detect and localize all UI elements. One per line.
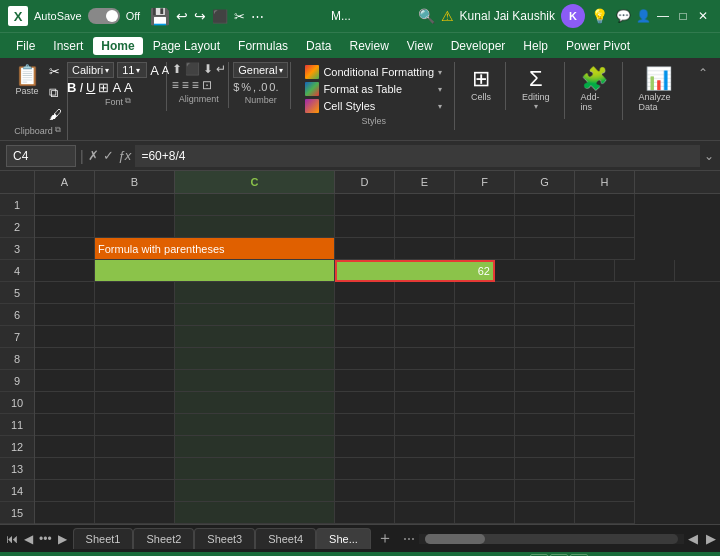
col-header-e[interactable]: E [395,171,455,193]
cell-h11[interactable] [575,414,635,436]
cell-reference-box[interactable]: C4 [6,145,76,167]
fill-color-btn[interactable]: A [112,80,121,95]
cell-c14[interactable] [175,480,335,502]
cell-h15[interactable] [575,502,635,524]
row-header-12[interactable]: 12 [0,436,34,458]
cell-b2[interactable] [95,216,175,238]
row-header-9[interactable]: 9 [0,370,34,392]
row-header-3[interactable]: 3 [0,238,34,260]
scroll-right-icon[interactable]: ▶ [702,531,720,546]
cell-g15[interactable] [515,502,575,524]
cell-a11[interactable] [35,414,95,436]
col-header-d[interactable]: D [335,171,395,193]
italic-btn[interactable]: I [79,80,83,95]
quick-access-more[interactable]: ⬛ [212,9,228,24]
cell-a3[interactable] [35,238,95,260]
cell-e5[interactable] [395,282,455,304]
cell-g1[interactable] [515,194,575,216]
cell-g10[interactable] [515,392,575,414]
formula-input[interactable] [135,145,700,167]
cell-g2[interactable] [515,216,575,238]
cell-b6[interactable] [95,304,175,326]
cell-c2[interactable] [175,216,335,238]
scrollbar-thumb[interactable] [425,534,485,544]
cell-d4[interactable] [495,260,555,282]
tab-sheet4[interactable]: Sheet4 [255,528,316,549]
cell-e10[interactable] [395,392,455,414]
cell-b8[interactable] [95,348,175,370]
cell-c8[interactable] [175,348,335,370]
cell-c6[interactable] [175,304,335,326]
currency-icon[interactable]: $ [233,81,239,93]
menu-view[interactable]: View [399,37,441,55]
cell-a8[interactable] [35,348,95,370]
cell-c4[interactable]: 62 [335,260,495,282]
autosave-toggle[interactable] [88,8,120,24]
align-left-icon[interactable]: ≡ [172,78,179,92]
row-header-5[interactable]: 5 [0,282,34,304]
analyze-data-btn[interactable]: 📊 Analyze Data [633,62,684,116]
menu-power-pivot[interactable]: Power Pivot [558,37,638,55]
tab-more-btn[interactable]: ••• [37,530,54,548]
more-icon[interactable]: ⋯ [251,9,264,24]
cell-g13[interactable] [515,458,575,480]
cell-e14[interactable] [395,480,455,502]
menu-developer[interactable]: Developer [443,37,514,55]
underline-btn[interactable]: U [86,80,95,95]
cell-b9[interactable] [95,370,175,392]
cell-c10[interactable] [175,392,335,414]
align-right-icon[interactable]: ≡ [192,78,199,92]
font-expand-icon[interactable]: ⧉ [125,96,131,106]
cell-h1[interactable] [575,194,635,216]
cell-e11[interactable] [395,414,455,436]
cell-f8[interactable] [455,348,515,370]
copy-btn[interactable]: ⧉ [46,83,65,103]
cell-g6[interactable] [515,304,575,326]
cell-f2[interactable] [455,216,515,238]
cell-b5[interactable] [95,282,175,304]
cancel-formula-icon[interactable]: ✗ [88,148,99,163]
cut-btn[interactable]: ✂ [46,62,65,81]
maximize-btn[interactable]: □ [674,7,692,25]
cell-e12[interactable] [395,436,455,458]
increase-font-icon[interactable]: A [150,63,159,78]
cell-a13[interactable] [35,458,95,480]
cell-f9[interactable] [455,370,515,392]
share-icon[interactable]: 👤 [634,7,652,25]
scroll-left-icon[interactable]: ◀ [684,531,702,546]
cell-h8[interactable] [575,348,635,370]
menu-page-layout[interactable]: Page Layout [145,37,228,55]
increase-decimal-icon[interactable]: .0 [258,81,267,93]
cell-a10[interactable] [35,392,95,414]
row-header-8[interactable]: 8 [0,348,34,370]
cell-g12[interactable] [515,436,575,458]
wrap-text-icon[interactable]: ↵ [216,62,226,76]
cell-e13[interactable] [395,458,455,480]
decrease-font-icon[interactable]: A [162,64,169,76]
cell-g7[interactable] [515,326,575,348]
col-header-g[interactable]: G [515,171,575,193]
menu-help[interactable]: Help [515,37,556,55]
cell-a15[interactable] [35,502,95,524]
cell-g14[interactable] [515,480,575,502]
cell-f5[interactable] [455,282,515,304]
row-header-4[interactable]: 4 [0,260,34,282]
cell-d8[interactable] [335,348,395,370]
cell-e6[interactable] [395,304,455,326]
cell-h12[interactable] [575,436,635,458]
cell-a14[interactable] [35,480,95,502]
cell-f6[interactable] [455,304,515,326]
cell-f4[interactable] [615,260,675,282]
cut-icon[interactable]: ✂ [234,9,245,24]
cell-d14[interactable] [335,480,395,502]
cell-f14[interactable] [455,480,515,502]
border-btn[interactable]: ⊞ [98,80,109,95]
cell-c13[interactable] [175,458,335,480]
align-bottom-icon[interactable]: ⬇ [203,62,213,76]
cell-f12[interactable] [455,436,515,458]
row-header-7[interactable]: 7 [0,326,34,348]
tab-sheet-active[interactable]: She... [316,528,371,549]
comments-icon[interactable]: 💬 [614,7,632,25]
cell-e7[interactable] [395,326,455,348]
add-sheet-btn[interactable]: ＋ [371,528,399,549]
